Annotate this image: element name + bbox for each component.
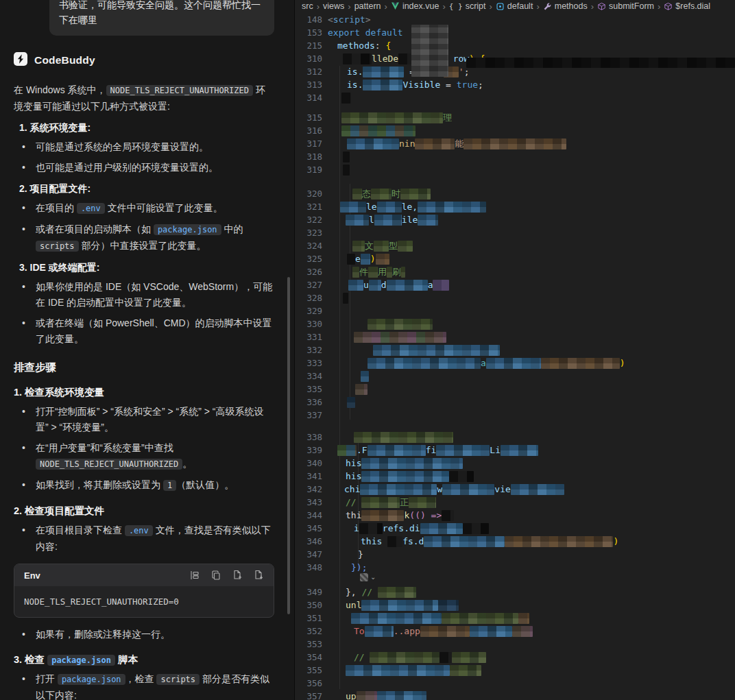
censored-block [442,484,494,495]
line-number[interactable]: 320 [295,189,322,199]
breadcrumb-item-methods[interactable]: methods [543,1,588,11]
editor-line: 339.FfiLi [295,444,735,457]
censored-block [347,254,355,265]
create-file-icon[interactable] [232,570,243,581]
censored-block [361,471,449,482]
code-token: w [437,484,442,494]
line-number[interactable]: 321 [295,202,322,212]
line-number[interactable]: 351 [295,613,322,623]
line-number[interactable]: 327 [295,280,322,290]
line-number[interactable]: 313 [295,80,322,90]
line-number[interactable]: 215 [295,40,322,51]
line-number[interactable]: 332 [295,345,322,355]
line-number[interactable]: 353 [295,639,322,649]
line-number[interactable]: 323 [295,228,322,238]
list-item: •在“用户变量”和“系统变量”中查找 NODE_TLS_REJECT_UNAUT… [22,440,274,472]
line-number[interactable]: 339 [295,445,322,455]
section-heading: 排查步骤 [14,361,274,375]
line-number[interactable]: 316 [295,125,322,136]
chat-scrollbar[interactable] [287,277,290,614]
line-number[interactable]: 331 [295,332,322,342]
breadcrumb-item-submitform[interactable]: submitForm [597,1,654,11]
code-content [322,319,433,330]
line-number[interactable]: 350 [295,600,322,610]
copy-code-icon[interactable] [210,570,221,581]
line-number[interactable]: 347 [295,549,322,559]
line-number[interactable]: 329 [295,306,322,316]
breadcrumb-item-src[interactable]: src [302,1,313,11]
line-number[interactable]: 324 [295,241,322,251]
line-number[interactable]: 310 [295,53,322,64]
code-content: his [322,458,463,469]
line-number[interactable]: 315 [295,112,322,123]
line-number[interactable]: 345 [295,523,322,533]
list-item: •或者在项目的启动脚本（如 package.json 中的 scripts 部分… [22,221,274,254]
editor-line: 345irefs.di [295,522,735,535]
line-number[interactable]: 318 [295,152,322,162]
breadcrumb-item-index-vue[interactable]: index.vue [391,1,439,11]
line-number[interactable]: 319 [295,165,322,175]
line-number[interactable]: 153 [295,27,322,38]
apply-to-file-icon[interactable] [253,570,264,581]
bullet-marker: • [22,404,36,435]
code-content: is.Visible = true; [322,80,483,90]
line-number[interactable]: 317 [295,138,322,149]
censored-block [363,80,402,90]
subsection-heading: 3. 检查 package.json 脚本 [14,653,274,666]
insert-code-icon[interactable] [189,570,200,581]
breadcrumb-separator: › [348,1,350,12]
line-number[interactable]: 342 [295,484,322,494]
line-number[interactable]: 340 [295,458,322,468]
line-number[interactable]: 343 [295,497,322,507]
breadcrumb-item--refs-dial[interactable]: $refs.dial [664,1,710,11]
line-number[interactable]: 333 [295,358,322,368]
text-run: 或者在终端（如 PowerShell、CMD）的启动脚本中设置了此变量。 [36,317,272,344]
inline-widget[interactable]: ⌄ [360,573,376,581]
line-number[interactable]: 328 [295,293,322,303]
line-number[interactable]: 356 [295,678,322,688]
line-number[interactable]: 348 [295,562,322,572]
breadcrumb-item-views[interactable]: views [323,1,344,11]
line-number[interactable]: 325 [295,254,322,264]
breadcrumb-item-default[interactable]: default [496,1,533,11]
code-block-body: NODE_TLS_REJECT_UNAUTHORIZED=0 [14,586,274,617]
line-number[interactable]: 355 [295,665,322,675]
bullet-marker: • [22,440,36,472]
line-number[interactable]: 349 [295,587,322,597]
list-item: •也可能是通过用户级别的环境变量设置的。 [22,160,274,176]
line-number[interactable]: 336 [295,397,322,407]
code-token: < [328,14,333,25]
breadcrumb-label: index.vue [402,1,439,11]
code-token: { [385,40,391,51]
line-number[interactable]: 322 [295,215,322,225]
line-number[interactable]: 314 [295,93,322,103]
text-run: 在 Windows 系统中， [14,84,106,95]
line-number[interactable]: 334 [295,371,322,381]
text-run: 打开“控制面板” > “系统和安全” > “系统” > “高级系统设置” > “… [36,406,264,433]
line-number[interactable]: 148 [295,14,322,25]
line-number[interactable]: 335 [295,384,322,394]
censored-block [343,293,348,304]
editor-line: 348}); [295,561,735,574]
chevron-down-icon[interactable]: ⌄ [370,574,376,581]
line-number[interactable]: 330 [295,319,322,329]
censored-block [354,332,446,343]
line-number[interactable]: 346 [295,536,322,546]
line-number[interactable]: 338 [295,432,322,442]
breadcrumb-item-pattern[interactable]: pattern [354,1,381,11]
code-token: thi [346,510,361,520]
line-number[interactable]: 337 [295,410,322,420]
line-number[interactable]: 326 [295,267,322,277]
line-number[interactable]: 357 [295,691,322,700]
line-number[interactable]: 341 [295,471,322,481]
censored-block [351,613,442,624]
line-number[interactable]: 344 [295,510,322,520]
breadcrumb-item-script[interactable]: { }script [449,1,486,11]
line-number[interactable]: 312 [295,67,322,77]
line-number[interactable]: 354 [295,652,322,662]
bullet-marker: • [22,522,36,555]
censored-block [368,445,426,456]
code-content: // [322,652,486,663]
line-number[interactable]: 352 [295,626,322,636]
code-token: methods [337,40,375,51]
